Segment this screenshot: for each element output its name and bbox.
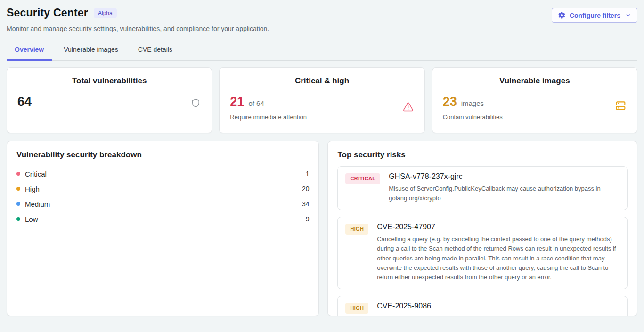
warning-triangle-icon [402, 101, 414, 114]
total-vulnerabilities-value: 64 [17, 96, 32, 108]
top-risks-panel-title: Top security risks [337, 150, 628, 160]
severity-label: Medium [25, 200, 50, 208]
critical-high-value: 21 [230, 96, 244, 108]
severity-row-low: Low 9 [16, 211, 309, 227]
severity-row-critical: Critical 1 [16, 166, 309, 181]
breakdown-list: Critical 1 High 20 Medium 34 Low 9 [16, 166, 309, 227]
risk-item-cve-2025-47907[interactable]: HIGH CVE-2025-47907 Cancelling a query (… [337, 217, 628, 289]
risk-description: Misuse of ServerConfig.PublicKeyCallback… [389, 184, 620, 203]
configure-filters-button[interactable]: Configure filters [552, 8, 637, 23]
stat-cards-row: Total vulnerabilities 64 Critical & high… [7, 67, 637, 133]
breakdown-panel-title: Vulnerability security breakdown [16, 150, 309, 160]
low-dot-icon [16, 217, 20, 221]
risk-id: CVE-2025-9086 [377, 302, 620, 310]
severity-count: 9 [306, 215, 310, 223]
tab-vulnerable-images[interactable]: Vulnerable images [56, 43, 126, 61]
risk-id: CVE-2025-47907 [377, 223, 620, 231]
risk-description: Cancelling a query (e.g. by cancelling t… [377, 235, 620, 282]
severity-count: 34 [302, 200, 310, 208]
chevron-down-icon [625, 12, 631, 18]
severity-label: High [25, 185, 40, 193]
stat-card-title: Critical & high [230, 76, 414, 86]
stat-card-critical-high: Critical & high 21 of 64 Require immedia… [219, 67, 424, 133]
gear-icon [558, 11, 566, 19]
shield-icon [190, 98, 201, 111]
severity-row-high: High 20 [16, 181, 309, 196]
severity-badge-high: HIGH [345, 303, 368, 314]
severity-label: Low [25, 215, 38, 223]
security-center-page: Security Center Alpha Monitor and manage… [0, 0, 644, 332]
risk-item-cve-2025-9086[interactable]: HIGH CVE-2025-9086 [337, 296, 628, 316]
critical-high-suffix: of 64 [248, 99, 264, 107]
medium-dot-icon [16, 202, 20, 206]
vulnerable-images-suffix: images [461, 99, 484, 107]
risk-item-ghsa-v778-237x-gjrc[interactable]: CRITICAL GHSA-v778-237x-gjrc Misuse of S… [337, 166, 628, 210]
stat-card-subtext: Require immediate attention [230, 113, 414, 121]
stat-card-vulnerable-images: Vulnerable images 23 images Contain vuln… [432, 67, 637, 133]
critical-dot-icon [16, 172, 20, 176]
high-dot-icon [16, 187, 20, 191]
stat-card-total-vulnerabilities: Total vulnerabilities 64 [7, 67, 212, 133]
vulnerable-images-value: 23 [443, 96, 457, 108]
severity-count: 1 [306, 170, 310, 178]
severity-label: Critical [25, 170, 47, 178]
panels-row: Vulnerability security breakdown Critica… [7, 141, 637, 316]
configure-filters-label: Configure filters [570, 12, 620, 19]
severity-count: 20 [302, 185, 310, 193]
severity-badge-high: HIGH [345, 224, 368, 235]
tab-bar: Overview Vulnerable images CVE details [7, 43, 637, 61]
stat-card-title: Vulnerable images [443, 76, 627, 86]
alpha-badge: Alpha [94, 8, 117, 18]
tab-overview[interactable]: Overview [7, 43, 52, 61]
page-title: Security Center [7, 7, 88, 19]
tab-cve-details[interactable]: CVE details [130, 43, 180, 61]
server-stack-icon [615, 100, 627, 113]
stat-card-subtext: Contain vulnerabilities [443, 113, 627, 121]
severity-row-medium: Medium 34 [16, 196, 309, 211]
severity-badge-critical: CRITICAL [345, 173, 380, 184]
page-header: Security Center Alpha Monitor and manage… [0, 0, 644, 32]
stat-card-title: Total vulnerabilities [17, 76, 201, 86]
top-security-risks-panel: Top security risks CRITICAL GHSA-v778-23… [327, 141, 637, 316]
risk-list: CRITICAL GHSA-v778-237x-gjrc Misuse of S… [337, 166, 628, 316]
page-subtitle: Monitor and manage security settings, vu… [7, 25, 637, 32]
vulnerability-breakdown-panel: Vulnerability security breakdown Critica… [7, 141, 319, 316]
risk-id: GHSA-v778-237x-gjrc [389, 172, 620, 181]
